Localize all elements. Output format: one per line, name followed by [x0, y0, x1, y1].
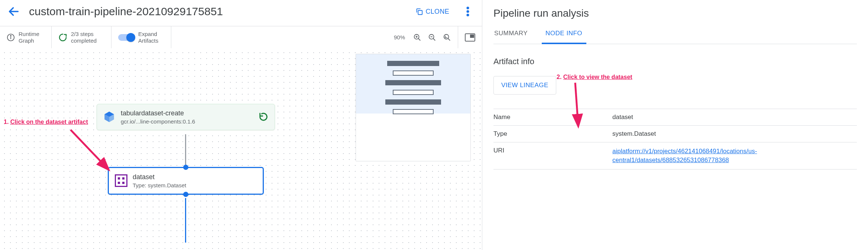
side-panel-title: Pipeline run analysis — [493, 2, 857, 30]
svg-point-15 — [444, 34, 449, 39]
node-artifact-title: dataset — [133, 173, 257, 181]
pipeline-title: custom-train-pipeline-20210929175851 — [29, 5, 403, 18]
clone-button[interactable]: CLONE — [412, 6, 452, 17]
tab-node-info[interactable]: NODE INFO — [545, 30, 583, 44]
node-artifact-subtitle: Type: system.Dataset — [133, 182, 257, 188]
annotation-2: 2. Click to view the dataset — [557, 74, 632, 80]
zoom-percent: 90% — [394, 34, 405, 40]
svg-point-2 — [466, 7, 469, 9]
back-arrow-icon[interactable] — [7, 5, 20, 18]
svg-rect-18 — [470, 35, 474, 37]
node-artifact-dataset[interactable]: dataset Type: system.Dataset — [108, 167, 264, 195]
zoom-out-icon[interactable] — [428, 33, 436, 42]
minimap[interactable] — [356, 54, 471, 161]
minimap-toggle-icon[interactable] — [465, 33, 475, 42]
steps-completed-text: 2/3 steps completed — [71, 31, 104, 44]
prop-uri-label: URI — [493, 147, 612, 165]
svg-point-7 — [10, 35, 11, 36]
svg-point-4 — [466, 14, 469, 16]
expand-artifacts-label: Expand Artifacts — [138, 31, 164, 44]
info-icon — [7, 33, 15, 42]
annotation-1: 1. Click on the dataset artifact — [4, 119, 88, 125]
tab-summary[interactable]: SUMMARY — [493, 30, 528, 44]
svg-line-13 — [433, 38, 435, 40]
zoom-in-icon[interactable] — [413, 33, 421, 42]
node-exec-subtitle: gcr.io/...line-components:0.1.6 — [121, 118, 253, 125]
svg-rect-1 — [418, 10, 422, 14]
node-exec-tabulardataset-create[interactable]: tabulardataset-create gcr.io/...line-com… — [97, 104, 275, 130]
progress-icon — [58, 33, 67, 42]
cube-icon — [103, 111, 116, 123]
zoom-reset-icon[interactable] — [443, 33, 451, 42]
svg-line-19 — [71, 130, 108, 169]
clone-label: CLONE — [425, 8, 449, 16]
svg-line-9 — [418, 38, 421, 40]
annotation-2-arrow — [553, 80, 597, 132]
prop-name-value: dataset — [612, 114, 857, 121]
node-refresh-icon[interactable] — [258, 112, 269, 122]
annotation-1-arrow — [67, 126, 119, 178]
runtime-graph-label: Runtime Graph — [19, 31, 45, 44]
section-artifact-info: Artifact info — [493, 57, 857, 66]
node-exec-title: tabulardataset-create — [121, 109, 253, 118]
svg-point-3 — [466, 10, 469, 13]
pipeline-canvas[interactable]: tabulardataset-create gcr.io/...line-com… — [0, 48, 482, 250]
prop-uri-value[interactable]: aiplatform://v1/projects/462141068491/lo… — [612, 147, 857, 165]
svg-line-16 — [448, 38, 450, 40]
view-lineage-button[interactable]: VIEW LINEAGE — [493, 76, 556, 95]
svg-line-20 — [575, 83, 578, 125]
expand-artifacts-toggle[interactable] — [118, 34, 135, 41]
prop-type-value: system.Dataset — [612, 130, 857, 138]
kebab-menu-icon[interactable] — [461, 4, 475, 19]
